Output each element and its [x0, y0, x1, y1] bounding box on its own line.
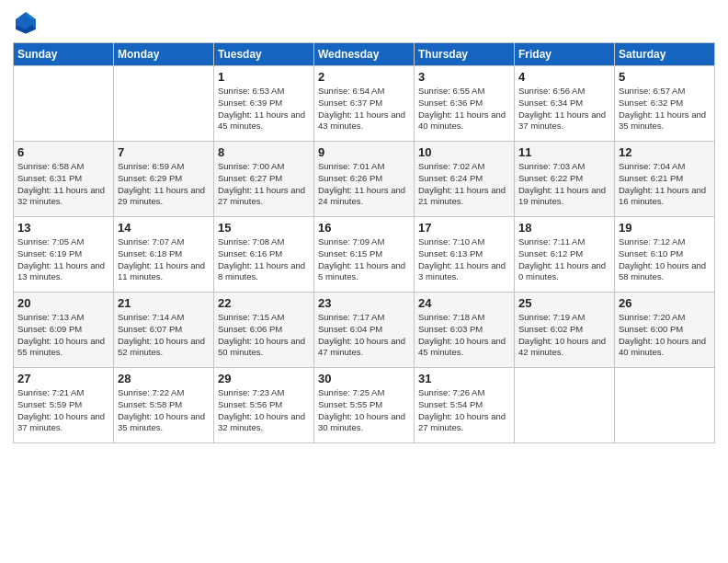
- day-info: Sunrise: 7:12 AMSunset: 6:10 PMDaylight:…: [619, 236, 711, 283]
- day-number: 3: [418, 70, 510, 84]
- day-info: Sunrise: 7:05 AMSunset: 6:19 PMDaylight:…: [17, 236, 109, 283]
- day-info: Sunrise: 6:53 AMSunset: 6:39 PMDaylight:…: [218, 86, 310, 132]
- day-info: Sunrise: 7:22 AMSunset: 5:58 PMDaylight:…: [118, 387, 210, 434]
- calendar-cell: 12Sunrise: 7:04 AMSunset: 6:21 PMDayligh…: [615, 142, 715, 217]
- day-info: Sunrise: 7:26 AMSunset: 5:54 PMDaylight:…: [418, 387, 510, 434]
- calendar-cell: 29Sunrise: 7:23 AMSunset: 5:56 PMDayligh…: [214, 368, 314, 443]
- calendar-cell: 19Sunrise: 7:12 AMSunset: 6:10 PMDayligh…: [615, 217, 715, 293]
- logo: [13, 9, 42, 35]
- day-info: Sunrise: 6:57 AMSunset: 6:32 PMDaylight:…: [619, 86, 711, 132]
- day-info: Sunrise: 7:07 AMSunset: 6:18 PMDaylight:…: [118, 236, 210, 283]
- day-info: Sunrise: 7:04 AMSunset: 6:21 PMDaylight:…: [619, 161, 711, 208]
- day-number: 10: [418, 145, 510, 159]
- calendar-cell: 15Sunrise: 7:08 AMSunset: 6:16 PMDayligh…: [214, 217, 314, 293]
- day-number: 31: [418, 372, 510, 385]
- day-info: Sunrise: 7:10 AMSunset: 6:13 PMDaylight:…: [418, 236, 510, 283]
- calendar-cell: [515, 368, 615, 443]
- calendar-cell: [615, 368, 715, 443]
- week-row-5: 27Sunrise: 7:21 AMSunset: 5:59 PMDayligh…: [14, 368, 715, 443]
- day-info: Sunrise: 7:09 AMSunset: 6:15 PMDaylight:…: [318, 236, 410, 283]
- calendar-cell: 27Sunrise: 7:21 AMSunset: 5:59 PMDayligh…: [14, 368, 114, 443]
- day-info: Sunrise: 7:14 AMSunset: 6:07 PMDaylight:…: [118, 312, 210, 359]
- day-number: 26: [619, 296, 711, 310]
- day-info: Sunrise: 7:02 AMSunset: 6:24 PMDaylight:…: [418, 161, 510, 208]
- day-info: Sunrise: 7:20 AMSunset: 6:00 PMDaylight:…: [619, 312, 711, 359]
- day-number: 2: [318, 70, 410, 84]
- day-number: 29: [218, 372, 310, 385]
- calendar-cell: 10Sunrise: 7:02 AMSunset: 6:24 PMDayligh…: [415, 142, 515, 217]
- day-number: 4: [518, 70, 610, 84]
- day-number: 18: [518, 221, 610, 235]
- day-number: 27: [17, 372, 109, 385]
- day-number: 15: [218, 221, 310, 235]
- day-info: Sunrise: 7:13 AMSunset: 6:09 PMDaylight:…: [17, 312, 109, 359]
- day-info: Sunrise: 7:19 AMSunset: 6:02 PMDaylight:…: [518, 312, 610, 359]
- day-info: Sunrise: 7:00 AMSunset: 6:27 PMDaylight:…: [218, 161, 310, 208]
- day-number: 7: [118, 145, 210, 159]
- day-number: 30: [318, 372, 410, 385]
- day-info: Sunrise: 7:03 AMSunset: 6:22 PMDaylight:…: [518, 161, 610, 208]
- calendar-cell: 25Sunrise: 7:19 AMSunset: 6:02 PMDayligh…: [515, 293, 615, 368]
- day-info: Sunrise: 6:54 AMSunset: 6:37 PMDaylight:…: [318, 86, 410, 132]
- day-number: 8: [218, 145, 310, 159]
- day-info: Sunrise: 7:01 AMSunset: 6:26 PMDaylight:…: [318, 161, 410, 208]
- calendar-cell: 14Sunrise: 7:07 AMSunset: 6:18 PMDayligh…: [114, 217, 214, 293]
- calendar-cell: 21Sunrise: 7:14 AMSunset: 6:07 PMDayligh…: [114, 293, 214, 368]
- weekday-header-friday: Friday: [515, 43, 615, 66]
- day-info: Sunrise: 7:21 AMSunset: 5:59 PMDaylight:…: [17, 387, 109, 434]
- calendar-cell: 18Sunrise: 7:11 AMSunset: 6:12 PMDayligh…: [515, 217, 615, 293]
- day-number: 23: [318, 296, 410, 310]
- day-info: Sunrise: 7:17 AMSunset: 6:04 PMDaylight:…: [318, 312, 410, 359]
- day-info: Sunrise: 6:58 AMSunset: 6:31 PMDaylight:…: [17, 161, 109, 208]
- day-number: 12: [619, 145, 711, 159]
- day-info: Sunrise: 7:23 AMSunset: 5:56 PMDaylight:…: [218, 387, 310, 434]
- day-number: 6: [17, 145, 109, 159]
- day-info: Sunrise: 7:11 AMSunset: 6:12 PMDaylight:…: [518, 236, 610, 283]
- calendar-cell: 1Sunrise: 6:53 AMSunset: 6:39 PMDaylight…: [214, 66, 314, 142]
- calendar-cell: 23Sunrise: 7:17 AMSunset: 6:04 PMDayligh…: [314, 293, 415, 368]
- day-info: Sunrise: 6:59 AMSunset: 6:29 PMDaylight:…: [118, 161, 210, 208]
- day-info: Sunrise: 6:56 AMSunset: 6:34 PMDaylight:…: [518, 86, 610, 132]
- calendar-cell: 5Sunrise: 6:57 AMSunset: 6:32 PMDaylight…: [615, 66, 715, 142]
- calendar-cell: 16Sunrise: 7:09 AMSunset: 6:15 PMDayligh…: [314, 217, 415, 293]
- week-row-4: 20Sunrise: 7:13 AMSunset: 6:09 PMDayligh…: [14, 293, 715, 368]
- calendar-cell: 26Sunrise: 7:20 AMSunset: 6:00 PMDayligh…: [615, 293, 715, 368]
- week-row-2: 6Sunrise: 6:58 AMSunset: 6:31 PMDaylight…: [14, 142, 715, 217]
- calendar-cell: 24Sunrise: 7:18 AMSunset: 6:03 PMDayligh…: [415, 293, 515, 368]
- calendar-cell: 7Sunrise: 6:59 AMSunset: 6:29 PMDaylight…: [114, 142, 214, 217]
- day-number: 9: [318, 145, 410, 159]
- calendar-cell: 17Sunrise: 7:10 AMSunset: 6:13 PMDayligh…: [415, 217, 515, 293]
- weekday-header-monday: Monday: [114, 43, 214, 66]
- calendar-cell: 30Sunrise: 7:25 AMSunset: 5:55 PMDayligh…: [314, 368, 415, 443]
- calendar-cell: [114, 66, 214, 142]
- day-number: 16: [318, 221, 410, 235]
- weekday-header-thursday: Thursday: [415, 43, 515, 66]
- day-number: 1: [218, 70, 310, 84]
- day-number: 13: [17, 221, 109, 235]
- page: SundayMondayTuesdayWednesdayThursdayFrid…: [0, 0, 728, 563]
- day-number: 17: [418, 221, 510, 235]
- calendar-cell: [14, 66, 114, 142]
- calendar-cell: 9Sunrise: 7:01 AMSunset: 6:26 PMDaylight…: [314, 142, 415, 217]
- calendar-cell: 2Sunrise: 6:54 AMSunset: 6:37 PMDaylight…: [314, 66, 415, 142]
- weekday-header-row: SundayMondayTuesdayWednesdayThursdayFrid…: [14, 43, 715, 66]
- weekday-header-wednesday: Wednesday: [314, 43, 415, 66]
- day-info: Sunrise: 7:25 AMSunset: 5:55 PMDaylight:…: [318, 387, 410, 434]
- week-row-1: 1Sunrise: 6:53 AMSunset: 6:39 PMDaylight…: [14, 66, 715, 142]
- calendar-cell: 6Sunrise: 6:58 AMSunset: 6:31 PMDaylight…: [14, 142, 114, 217]
- calendar-table: SundayMondayTuesdayWednesdayThursdayFrid…: [13, 42, 715, 443]
- day-info: Sunrise: 6:55 AMSunset: 6:36 PMDaylight:…: [418, 86, 510, 132]
- calendar-cell: 11Sunrise: 7:03 AMSunset: 6:22 PMDayligh…: [515, 142, 615, 217]
- calendar-cell: 8Sunrise: 7:00 AMSunset: 6:27 PMDaylight…: [214, 142, 314, 217]
- day-number: 22: [218, 296, 310, 310]
- calendar-cell: 28Sunrise: 7:22 AMSunset: 5:58 PMDayligh…: [114, 368, 214, 443]
- day-number: 24: [418, 296, 510, 310]
- weekday-header-saturday: Saturday: [615, 43, 715, 66]
- calendar-cell: 13Sunrise: 7:05 AMSunset: 6:19 PMDayligh…: [14, 217, 114, 293]
- calendar-cell: 4Sunrise: 6:56 AMSunset: 6:34 PMDaylight…: [515, 66, 615, 142]
- day-number: 25: [518, 296, 610, 310]
- day-info: Sunrise: 7:15 AMSunset: 6:06 PMDaylight:…: [218, 312, 310, 359]
- day-number: 20: [17, 296, 109, 310]
- header: [13, 9, 715, 35]
- day-number: 19: [619, 221, 711, 235]
